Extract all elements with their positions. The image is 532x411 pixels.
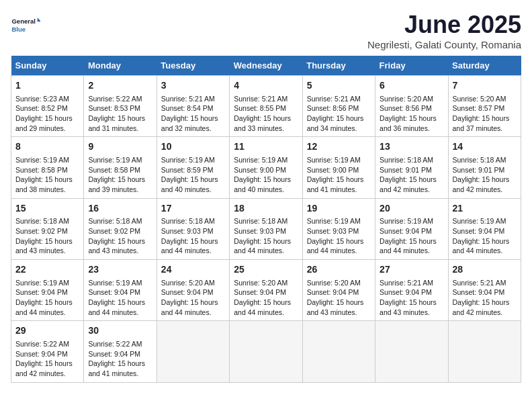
day-number: 24 — [161, 263, 225, 277]
calendar-cell: 22Sunrise: 5:19 AM Sunset: 9:04 PM Dayli… — [11, 260, 84, 321]
day-number: 26 — [307, 263, 371, 277]
calendar-cell: 15Sunrise: 5:18 AM Sunset: 9:02 PM Dayli… — [11, 198, 84, 259]
day-number: 13 — [380, 140, 443, 154]
day-info: Sunrise: 5:18 AM Sunset: 9:03 PM Dayligh… — [234, 216, 298, 256]
calendar-cell: 13Sunrise: 5:18 AM Sunset: 9:01 PM Dayli… — [375, 137, 448, 198]
calendar-cell: 29Sunrise: 5:22 AM Sunset: 9:04 PM Dayli… — [11, 321, 84, 382]
calendar-cell: 21Sunrise: 5:19 AM Sunset: 9:04 PM Dayli… — [448, 198, 521, 259]
day-info: Sunrise: 5:21 AM Sunset: 9:04 PM Dayligh… — [453, 278, 517, 318]
day-number: 16 — [88, 202, 152, 216]
day-info: Sunrise: 5:19 AM Sunset: 8:59 PM Dayligh… — [161, 155, 225, 195]
day-number: 11 — [234, 140, 298, 154]
title-area: June 2025 Negrilesti, Galati County, Rom… — [367, 11, 521, 50]
day-info: Sunrise: 5:19 AM Sunset: 9:00 PM Dayligh… — [234, 155, 298, 195]
calendar-cell: 14Sunrise: 5:18 AM Sunset: 9:01 PM Dayli… — [448, 137, 521, 198]
day-info: Sunrise: 5:18 AM Sunset: 9:03 PM Dayligh… — [161, 216, 225, 256]
day-number: 28 — [453, 263, 517, 277]
calendar-cell — [157, 321, 229, 382]
day-info: Sunrise: 5:20 AM Sunset: 9:04 PM Dayligh… — [234, 278, 298, 318]
day-info: Sunrise: 5:22 AM Sunset: 8:53 PM Dayligh… — [88, 94, 152, 134]
calendar-cell: 7Sunrise: 5:20 AM Sunset: 8:57 PM Daylig… — [448, 76, 521, 137]
day-info: Sunrise: 5:23 AM Sunset: 8:52 PM Dayligh… — [15, 94, 79, 134]
calendar-cell: 23Sunrise: 5:19 AM Sunset: 9:04 PM Dayli… — [84, 260, 157, 321]
day-info: Sunrise: 5:19 AM Sunset: 9:03 PM Dayligh… — [307, 216, 371, 256]
day-info: Sunrise: 5:19 AM Sunset: 8:58 PM Dayligh… — [88, 155, 152, 195]
day-info: Sunrise: 5:21 AM Sunset: 9:04 PM Dayligh… — [380, 278, 443, 318]
month-title: June 2025 — [367, 11, 521, 39]
day-number: 8 — [15, 140, 79, 154]
day-number: 19 — [307, 202, 371, 216]
calendar-cell — [375, 321, 448, 382]
calendar-cell: 28Sunrise: 5:21 AM Sunset: 9:04 PM Dayli… — [448, 260, 521, 321]
calendar-cell: 25Sunrise: 5:20 AM Sunset: 9:04 PM Dayli… — [230, 260, 302, 321]
day-number: 21 — [453, 202, 517, 216]
day-info: Sunrise: 5:19 AM Sunset: 9:04 PM Dayligh… — [380, 216, 443, 256]
weekday-header-wednesday: Wednesday — [230, 56, 302, 76]
logo: General Blue — [11, 11, 40, 40]
calendar-cell: 16Sunrise: 5:18 AM Sunset: 9:02 PM Dayli… — [84, 198, 157, 259]
weekday-header-tuesday: Tuesday — [157, 56, 229, 76]
weekday-header-saturday: Saturday — [448, 56, 521, 76]
calendar-cell: 24Sunrise: 5:20 AM Sunset: 9:04 PM Dayli… — [157, 260, 229, 321]
day-info: Sunrise: 5:21 AM Sunset: 8:55 PM Dayligh… — [234, 94, 298, 134]
day-info: Sunrise: 5:18 AM Sunset: 9:02 PM Dayligh… — [15, 216, 79, 256]
day-number: 29 — [15, 324, 79, 338]
day-info: Sunrise: 5:22 AM Sunset: 9:04 PM Dayligh… — [88, 339, 152, 379]
day-info: Sunrise: 5:21 AM Sunset: 8:56 PM Dayligh… — [307, 94, 371, 134]
day-number: 23 — [88, 263, 152, 277]
day-number: 3 — [161, 79, 225, 93]
day-info: Sunrise: 5:19 AM Sunset: 8:58 PM Dayligh… — [15, 155, 79, 195]
day-number: 30 — [88, 324, 152, 338]
day-number: 5 — [307, 79, 371, 93]
svg-text:General: General — [11, 17, 35, 25]
day-number: 15 — [15, 202, 79, 216]
weekday-header-thursday: Thursday — [302, 56, 375, 76]
calendar-cell: 4Sunrise: 5:21 AM Sunset: 8:55 PM Daylig… — [230, 76, 302, 137]
day-number: 6 — [380, 79, 443, 93]
day-number: 9 — [88, 140, 152, 154]
svg-text:Blue: Blue — [11, 26, 26, 33]
day-info: Sunrise: 5:19 AM Sunset: 9:04 PM Dayligh… — [15, 278, 79, 318]
day-number: 25 — [234, 263, 298, 277]
day-info: Sunrise: 5:22 AM Sunset: 9:04 PM Dayligh… — [15, 339, 79, 379]
day-number: 4 — [234, 79, 298, 93]
calendar-cell: 1Sunrise: 5:23 AM Sunset: 8:52 PM Daylig… — [11, 76, 84, 137]
calendar-cell: 11Sunrise: 5:19 AM Sunset: 9:00 PM Dayli… — [230, 137, 302, 198]
day-number: 7 — [453, 79, 517, 93]
day-number: 20 — [380, 202, 443, 216]
calendar-cell: 19Sunrise: 5:19 AM Sunset: 9:03 PM Dayli… — [302, 198, 375, 259]
calendar-cell — [448, 321, 521, 382]
day-number: 1 — [15, 79, 79, 93]
day-number: 27 — [380, 263, 443, 277]
calendar-cell: 3Sunrise: 5:21 AM Sunset: 8:54 PM Daylig… — [157, 76, 229, 137]
calendar-cell: 9Sunrise: 5:19 AM Sunset: 8:58 PM Daylig… — [84, 137, 157, 198]
header: General Blue June 2025 Negrilesti, Galat… — [11, 11, 521, 50]
day-info: Sunrise: 5:20 AM Sunset: 8:56 PM Dayligh… — [380, 94, 443, 134]
calendar-cell: 20Sunrise: 5:19 AM Sunset: 9:04 PM Dayli… — [375, 198, 448, 259]
day-number: 10 — [161, 140, 225, 154]
day-info: Sunrise: 5:21 AM Sunset: 8:54 PM Dayligh… — [161, 94, 225, 134]
day-info: Sunrise: 5:20 AM Sunset: 9:04 PM Dayligh… — [307, 278, 371, 318]
calendar-cell: 8Sunrise: 5:19 AM Sunset: 8:58 PM Daylig… — [11, 137, 84, 198]
day-number: 18 — [234, 202, 298, 216]
day-info: Sunrise: 5:20 AM Sunset: 8:57 PM Dayligh… — [453, 94, 517, 134]
day-info: Sunrise: 5:19 AM Sunset: 9:04 PM Dayligh… — [88, 278, 152, 318]
calendar-cell: 12Sunrise: 5:19 AM Sunset: 9:00 PM Dayli… — [302, 137, 375, 198]
day-info: Sunrise: 5:20 AM Sunset: 9:04 PM Dayligh… — [161, 278, 225, 318]
day-number: 17 — [161, 202, 225, 216]
weekday-header-friday: Friday — [375, 56, 448, 76]
calendar-cell: 18Sunrise: 5:18 AM Sunset: 9:03 PM Dayli… — [230, 198, 302, 259]
calendar-cell — [230, 321, 302, 382]
calendar-cell: 10Sunrise: 5:19 AM Sunset: 8:59 PM Dayli… — [157, 137, 229, 198]
calendar-cell: 30Sunrise: 5:22 AM Sunset: 9:04 PM Dayli… — [84, 321, 157, 382]
logo-svg: General Blue — [11, 11, 40, 40]
day-info: Sunrise: 5:18 AM Sunset: 9:01 PM Dayligh… — [380, 155, 443, 195]
calendar-cell: 17Sunrise: 5:18 AM Sunset: 9:03 PM Dayli… — [157, 198, 229, 259]
day-info: Sunrise: 5:19 AM Sunset: 9:00 PM Dayligh… — [307, 155, 371, 195]
day-number: 12 — [307, 140, 371, 154]
day-info: Sunrise: 5:18 AM Sunset: 9:02 PM Dayligh… — [88, 216, 152, 256]
calendar-cell — [302, 321, 375, 382]
calendar-cell: 26Sunrise: 5:20 AM Sunset: 9:04 PM Dayli… — [302, 260, 375, 321]
day-number: 2 — [88, 79, 152, 93]
day-info: Sunrise: 5:18 AM Sunset: 9:01 PM Dayligh… — [453, 155, 517, 195]
